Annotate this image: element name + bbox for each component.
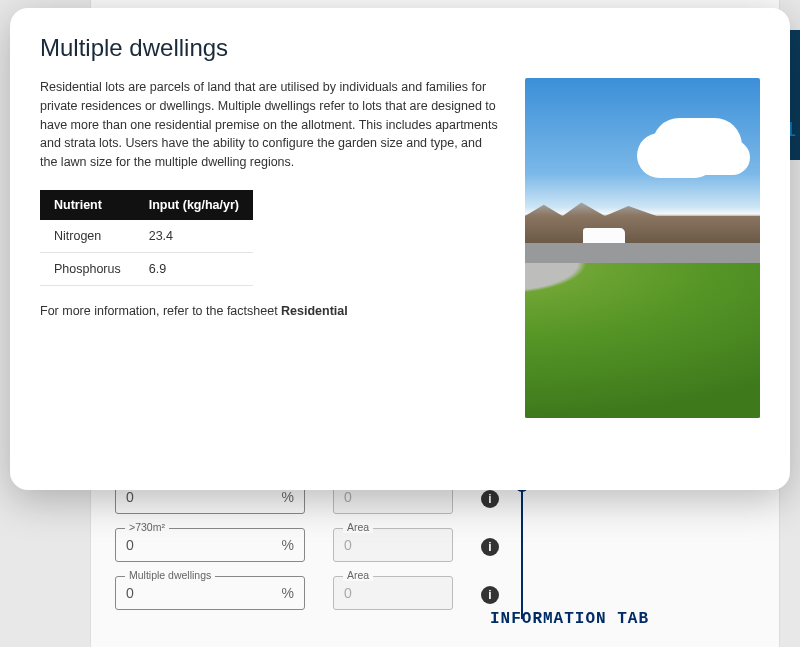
cloud-shape	[652, 118, 742, 173]
field-value: 0	[344, 585, 352, 601]
area-field-gt730: Area 0	[333, 528, 453, 562]
table-header-input: Input (kg/ha/yr)	[135, 190, 253, 220]
factsheet-link[interactable]: Residential	[281, 304, 348, 318]
info-modal: Multiple dwellings Residential lots are …	[10, 8, 790, 490]
modal-description: Residential lots are parcels of land tha…	[40, 78, 501, 172]
field-value: 0	[126, 585, 134, 601]
field-label: Multiple dwellings	[125, 569, 215, 581]
annotation-line	[521, 484, 523, 619]
annotation-label: INFORMATION TAB	[490, 610, 649, 628]
field-value: 0	[344, 537, 352, 553]
modal-title: Multiple dwellings	[40, 34, 760, 62]
houses-shape	[525, 198, 760, 243]
field-suffix: %	[282, 537, 294, 553]
form-row: Multiple dwellings 0 % Area 0 i	[115, 576, 635, 610]
field-suffix: %	[282, 489, 294, 505]
info-icon[interactable]: i	[481, 490, 499, 508]
cell-value: 6.9	[135, 252, 253, 285]
nutrient-table: Nutrient Input (kg/ha/yr) Nitrogen 23.4 …	[40, 190, 253, 286]
modal-text-column: Residential lots are parcels of land tha…	[40, 78, 501, 418]
cell-nutrient: Nitrogen	[40, 220, 135, 253]
table-row: Phosphorus 6.9	[40, 252, 253, 285]
modal-body: Residential lots are parcels of land tha…	[40, 78, 760, 418]
field-suffix: %	[282, 585, 294, 601]
table-row: Nitrogen 23.4	[40, 220, 253, 253]
field-label: Area	[343, 521, 373, 533]
lawn-shape	[525, 263, 760, 418]
field-label: >730m²	[125, 521, 169, 533]
percent-field-gt730[interactable]: >730m² 0 %	[115, 528, 305, 562]
modal-photo	[525, 78, 760, 418]
cell-value: 23.4	[135, 220, 253, 253]
factsheet-line: For more information, refer to the facts…	[40, 304, 501, 318]
field-value: 0	[126, 489, 134, 505]
info-icon[interactable]: i	[481, 586, 499, 604]
form-rows-container: 601-730m² 0 % Area 0 i >730m² 0 % Area 0	[115, 480, 635, 624]
field-value: 0	[126, 537, 134, 553]
form-row: >730m² 0 % Area 0 i	[115, 528, 635, 562]
area-field-multiple-dwellings: Area 0	[333, 576, 453, 610]
cell-nutrient: Phosphorus	[40, 252, 135, 285]
percent-field-multiple-dwellings[interactable]: Multiple dwellings 0 %	[115, 576, 305, 610]
factsheet-prefix: For more information, refer to the facts…	[40, 304, 281, 318]
field-label: Area	[343, 569, 373, 581]
table-header-nutrient: Nutrient	[40, 190, 135, 220]
info-icon[interactable]: i	[481, 538, 499, 556]
field-value: 0	[344, 489, 352, 505]
